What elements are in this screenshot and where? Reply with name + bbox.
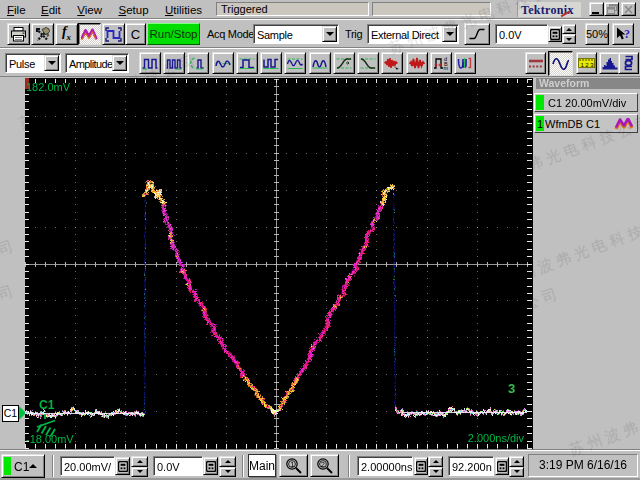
pulse-signal-button[interactable]: [102, 23, 125, 45]
chevron-down-icon: [326, 32, 334, 36]
spin-down-button[interactable]: [219, 467, 236, 478]
menu-setup[interactable]: Setup: [112, 1, 154, 18]
trig-level-keypad-button[interactable]: [548, 26, 562, 42]
pulse-signal-icon: [105, 27, 122, 42]
vertical-offset-value: 0.0V: [157, 461, 180, 473]
spin-down-button[interactable]: [428, 467, 443, 478]
meas-cycle-mean-icon: [215, 56, 231, 70]
trig-source-select[interactable]: External Direct: [367, 24, 459, 44]
cursors-button[interactable]: [525, 52, 546, 74]
readouts-button[interactable]: 123: [576, 52, 597, 74]
meas-burst-width-button[interactable]: [309, 52, 331, 74]
spin-up-button[interactable]: [509, 456, 524, 467]
context-help-button[interactable]: ?: [612, 23, 634, 45]
menu-view[interactable]: View: [71, 1, 108, 18]
waveform-panel-row-c1[interactable]: C1 20.00mV/div: [534, 93, 638, 112]
trig-source-value: External Direct: [371, 29, 439, 41]
meas-jitter-button[interactable]: [381, 52, 403, 74]
main-view-button[interactable]: Main: [248, 454, 276, 477]
meas-amplitude-button[interactable]: [139, 52, 161, 74]
meas-rise-time-button[interactable]: [333, 52, 355, 74]
keypad-icon: [416, 461, 426, 472]
svg-text:m: m: [444, 65, 449, 70]
mask-button[interactable]: [618, 52, 639, 74]
horizontal-scale-field[interactable]: 2.00000ns: [357, 456, 413, 476]
tools-button[interactable]: [31, 23, 54, 45]
vertical-scale-field[interactable]: 20.00mV/: [60, 456, 115, 476]
meas-low-button[interactable]: [260, 52, 282, 74]
histogram-button[interactable]: [599, 52, 620, 74]
meas-fall-time-icon: [360, 56, 376, 70]
mag1-zoom-button[interactable]: 1: [279, 454, 308, 477]
spin-up-button[interactable]: [562, 24, 576, 34]
meas-cycle-area-button[interactable]: [284, 52, 306, 74]
meas-period-button[interactable]: [187, 52, 209, 74]
trig-source-dropdown-arrow[interactable]: [442, 26, 457, 42]
meas-noise-button[interactable]: [406, 52, 428, 74]
waveform-display-button[interactable]: [78, 23, 101, 45]
meas-dbm-power-button[interactable]: dBm: [430, 52, 452, 74]
spin-down-button[interactable]: [131, 467, 148, 478]
minimize-icon: [592, 5, 601, 14]
minimize-button[interactable]: [589, 2, 604, 16]
trig-level-field[interactable]: 0.0V: [495, 24, 548, 44]
channel-marker[interactable]: C1: [2, 405, 26, 422]
spin-down-button[interactable]: [509, 467, 524, 478]
waveform-view-button[interactable]: [548, 51, 573, 76]
meas-group-dropdown-arrow[interactable]: [112, 55, 127, 71]
waveform-canvas: [25, 78, 533, 449]
meas-fall-time-button[interactable]: [357, 52, 379, 74]
vertical-offset-keypad-button[interactable]: [203, 457, 218, 475]
meas-dbm-power-icon: dBm: [433, 56, 449, 70]
keypad-icon: [206, 461, 216, 472]
acq-mode-value: Sample: [257, 29, 293, 41]
horizontal-scale-keypad-button[interactable]: [414, 457, 428, 475]
color-button[interactable]: C: [125, 23, 146, 45]
spin-down-button[interactable]: [562, 34, 576, 44]
meas-group-select[interactable]: Amplitude: [65, 53, 129, 73]
run-stop-button[interactable]: Run/Stop: [147, 23, 200, 45]
close-button[interactable]: [621, 2, 636, 16]
vertical-scale-keypad-button[interactable]: [115, 457, 130, 475]
mask-icon: [622, 55, 635, 71]
channel-select-button[interactable]: C1: [1, 454, 45, 478]
acq-mode-label: Acq Mode: [207, 28, 254, 40]
restore-button[interactable]: [604, 2, 619, 16]
waveform-graticule[interactable]: 182.0mV -18.00mV 2.000ns/div 3 C1: [25, 78, 533, 449]
zoom-50-button[interactable]: 50%: [585, 23, 609, 45]
meas-period-icon: [190, 56, 206, 70]
spin-up-button[interactable]: [131, 456, 148, 467]
meas-frequency-button[interactable]: [163, 52, 185, 74]
acq-mode-dropdown-arrow[interactable]: [322, 26, 337, 42]
spin-up-button[interactable]: [428, 456, 443, 467]
waveform-count-readout: 3: [508, 381, 515, 396]
vertical-scale-spinner: [131, 456, 148, 477]
meas-cycle-area-icon: [287, 56, 303, 70]
spin-up-button[interactable]: [219, 456, 236, 467]
restore-icon: [607, 4, 617, 14]
horizontal-position-field[interactable]: 92.200n: [448, 456, 494, 476]
mag2-zoom-button[interactable]: 2: [310, 454, 339, 477]
meas-category-dropdown-arrow[interactable]: [44, 55, 59, 71]
menu-edit[interactable]: Edit: [35, 1, 67, 18]
function-button[interactable]: fx: [55, 23, 78, 45]
status-box-empty: [372, 2, 491, 16]
close-icon: [624, 5, 633, 14]
menu-file[interactable]: File: [1, 1, 32, 18]
chevron-up-icon: [433, 460, 439, 463]
horizontal-position-keypad-button[interactable]: [495, 457, 509, 475]
trig-slope-button[interactable]: [464, 23, 490, 45]
waveform-panel-row-wfmdb[interactable]: 1 WfmDB C1: [534, 114, 638, 133]
vertical-offset-field[interactable]: 0.0V: [153, 456, 203, 476]
keypad-icon: [118, 461, 128, 472]
meas-eye-window-button[interactable]: [454, 52, 476, 74]
svg-text:2: 2: [320, 459, 324, 468]
meas-category-select[interactable]: Pulse: [5, 53, 61, 73]
meas-high-button[interactable]: [236, 52, 258, 74]
acq-mode-select[interactable]: Sample: [253, 24, 339, 44]
menu-utilities[interactable]: Utilities: [159, 1, 208, 18]
separator: [52, 455, 54, 477]
question-mark-glyph: ?: [624, 27, 630, 41]
meas-cycle-mean-button[interactable]: [212, 52, 234, 74]
print-button[interactable]: [7, 23, 30, 45]
